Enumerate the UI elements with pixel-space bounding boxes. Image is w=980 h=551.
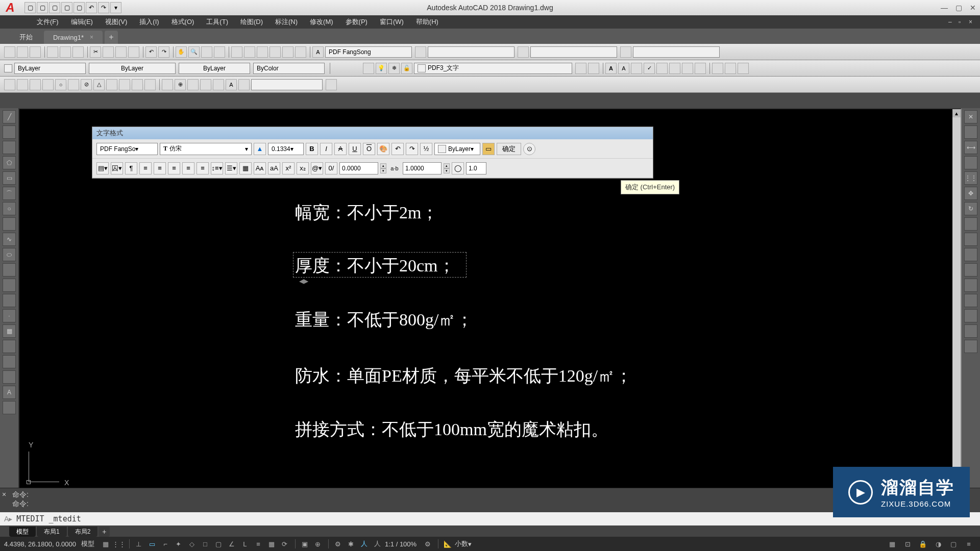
strikethrough-button[interactable]: A [334, 143, 347, 155]
oblique-up[interactable]: ▴ [380, 163, 386, 168]
custom-icon[interactable]: ≡ [963, 538, 975, 549]
tb-save-icon[interactable] [30, 46, 41, 58]
table-icon[interactable] [669, 63, 680, 74]
menu-window[interactable]: 窗口(W) [374, 17, 410, 27]
coordinates[interactable]: 4.4398, 26.1800, 0.0000 [4, 540, 76, 548]
tab-add-button[interactable]: + [105, 31, 118, 44]
spline-icon[interactable]: ∿ [3, 233, 16, 246]
break-icon[interactable] [964, 279, 977, 292]
ducs-icon[interactable]: L [239, 538, 251, 549]
layer-state-icon[interactable] [575, 63, 586, 74]
layer-combo[interactable]: PDF3_文字 [414, 63, 572, 74]
block-icon[interactable] [725, 63, 736, 74]
tb-paste-icon[interactable] [115, 46, 127, 58]
menu-dimension[interactable]: 标注(N) [269, 17, 304, 27]
menu-file[interactable]: 文件(F) [31, 17, 65, 27]
transparency-icon[interactable]: ▦ [265, 538, 278, 549]
mleaderstyle-combo[interactable] [633, 46, 720, 58]
overline-button[interactable]: O [363, 143, 375, 155]
tracking-spinner[interactable]: 1.0000 [403, 162, 442, 174]
cycle-icon[interactable]: ⟳ [279, 538, 291, 549]
tb-ssm-icon[interactable] [270, 46, 281, 58]
layer-prev-icon[interactable] [588, 63, 599, 74]
color-swatch[interactable] [4, 64, 12, 72]
dim-update-icon[interactable] [326, 79, 337, 90]
tracking-up[interactable]: ▴ [444, 163, 450, 168]
infer-icon[interactable]: ⊥ [133, 538, 145, 549]
chamfer-icon[interactable] [964, 309, 977, 322]
tab-model[interactable]: 模型 [9, 527, 36, 537]
qat-saveas-icon[interactable]: ▢ [61, 2, 72, 13]
qat-save-icon[interactable]: ▢ [49, 2, 60, 13]
offset-icon[interactable] [964, 156, 977, 169]
tb-zoom-window-icon[interactable] [201, 46, 212, 58]
underline-button[interactable]: U [349, 143, 361, 155]
dim-quick-icon[interactable] [106, 79, 117, 90]
dim-angle-icon[interactable]: △ [93, 79, 105, 90]
text-color-combo[interactable]: ByLayer ▾ [434, 143, 480, 155]
dim-break-icon[interactable] [162, 79, 173, 90]
tf-redo-icon[interactable]: ↷ [406, 143, 418, 155]
tracking-down[interactable]: ▾ [444, 168, 450, 173]
scroll-up-icon[interactable]: ▲ [952, 109, 961, 117]
justify-mtext-icon[interactable]: 囚▾ [111, 162, 123, 174]
lineweight-combo[interactable]: ByLayer [179, 63, 250, 74]
annotative-icon[interactable]: ▲ [254, 143, 266, 155]
menu-edit[interactable]: 编辑(E) [65, 17, 99, 27]
justify-icon[interactable] [695, 63, 706, 74]
tb-cut-icon[interactable]: ✂ [90, 46, 101, 58]
mtext-line-1[interactable]: 幅宽：不小于2m； [295, 201, 438, 224]
tab-start[interactable]: 开始 [10, 31, 42, 44]
tab-layout1[interactable]: 布局1 [37, 527, 67, 537]
qat-redo-icon[interactable]: ↷ [98, 2, 109, 13]
polygon-icon[interactable]: ⬠ [3, 156, 16, 169]
mtext-line-2[interactable]: 厚度：不小于20cm； [295, 254, 455, 278]
dim-tedit-icon[interactable] [238, 79, 250, 90]
ellipse-icon[interactable]: ⬭ [3, 248, 16, 261]
field-icon[interactable] [656, 63, 668, 74]
insert-block-icon[interactable] [3, 279, 16, 292]
dim-cont-icon[interactable] [132, 79, 143, 90]
mdi-close-icon[interactable]: × [969, 18, 977, 26]
ortho-icon[interactable]: ⌐ [159, 538, 172, 549]
menu-help[interactable]: 帮助(H) [410, 17, 445, 27]
rectangle-icon[interactable]: ▭ [3, 171, 16, 185]
numbering-icon[interactable]: ☰▾ [225, 162, 237, 174]
revcloud-icon[interactable] [3, 217, 16, 231]
tb-pan-icon[interactable]: ✋ [176, 46, 187, 58]
tb-new-icon[interactable] [4, 46, 15, 58]
align-dist-icon[interactable]: ≡ [197, 162, 209, 174]
annoauto-icon[interactable]: 人 [358, 538, 371, 549]
polar-icon[interactable]: ✦ [173, 538, 185, 549]
color-combo[interactable]: ByLayer [14, 63, 86, 74]
oblique-down[interactable]: ▾ [380, 168, 386, 173]
insert-field-icon[interactable]: ▦ [239, 162, 252, 174]
point-icon[interactable]: · [3, 309, 16, 322]
tab-close-icon[interactable]: × [90, 34, 93, 41]
mdi-minimize-icon[interactable]: – [948, 18, 957, 26]
array-icon[interactable]: ⋮⋮ [964, 171, 977, 185]
find-icon[interactable] [631, 63, 642, 74]
tb-zoom-prev-icon[interactable] [214, 46, 225, 58]
dim-base-icon[interactable] [119, 79, 130, 90]
mdi-restore-icon[interactable]: ▫ [959, 18, 967, 26]
width-spinner[interactable]: 1.0 [466, 162, 486, 174]
columns-icon[interactable]: ▤▾ [96, 162, 109, 174]
tb-tablestyle-icon[interactable] [518, 46, 529, 58]
textfmt-title[interactable]: 文字格式 [92, 127, 653, 139]
menu-parametric[interactable]: 参数(P) [339, 17, 374, 27]
clean-icon[interactable]: ▢ [947, 538, 960, 549]
lowercase-icon[interactable]: aA [268, 162, 280, 174]
qv-icon[interactable]: ▦ [886, 538, 898, 549]
otrack-icon[interactable]: ∠ [226, 538, 238, 549]
tb-mleaderstyle-icon[interactable] [620, 46, 631, 58]
tb-match-icon[interactable] [128, 46, 139, 58]
stack-icon[interactable]: ½ [420, 143, 432, 155]
superscript-icon[interactable]: x² [282, 162, 295, 174]
insert-icon[interactable] [712, 63, 723, 74]
trim-icon[interactable] [964, 248, 977, 261]
pline-icon[interactable] [3, 141, 16, 154]
iso-icon[interactable]: ◇ [186, 538, 198, 549]
linespace-icon[interactable]: ↕≡▾ [211, 162, 223, 174]
qat-open-icon[interactable]: ▢ [37, 2, 48, 13]
